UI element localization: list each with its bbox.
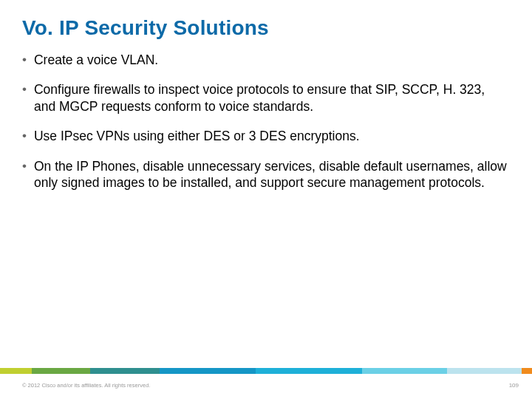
bullet-text: Use IPsec VPNs using either DES or 3 DES… xyxy=(34,128,510,144)
accent-segment xyxy=(90,368,160,374)
accent-bar xyxy=(0,368,532,374)
bullet-dot-icon: • xyxy=(22,52,27,68)
bullet-text: On the IP Phones, disable unnecessary se… xyxy=(34,158,510,191)
bullet-dot-icon: • xyxy=(22,158,27,174)
list-item: • On the IP Phones, disable unnecessary … xyxy=(22,158,510,191)
list-item: • Use IPsec VPNs using either DES or 3 D… xyxy=(22,128,510,144)
bullet-list: • Create a voice VLAN. • Configure firew… xyxy=(22,52,510,204)
accent-segment xyxy=(32,368,90,374)
slide: Vo. IP Security Solutions • Create a voi… xyxy=(0,0,532,399)
page-number: 109 xyxy=(509,382,519,389)
accent-segment xyxy=(256,368,362,374)
accent-segment xyxy=(160,368,256,374)
list-item: • Configure firewalls to inspect voice p… xyxy=(22,81,510,115)
list-item: • Create a voice VLAN. xyxy=(22,52,510,68)
bullet-dot-icon: • xyxy=(22,81,27,98)
accent-segment xyxy=(0,368,32,374)
page-title: Vo. IP Security Solutions xyxy=(22,16,269,40)
footer-copyright: © 2012 Cisco and/or its affiliates. All … xyxy=(22,382,150,389)
bullet-text: Create a voice VLAN. xyxy=(34,52,510,68)
accent-segment xyxy=(522,368,532,374)
bullet-text: Configure firewalls to inspect voice pro… xyxy=(34,81,510,115)
bullet-dot-icon: • xyxy=(22,128,27,144)
accent-segment xyxy=(362,368,447,374)
accent-segment xyxy=(447,368,522,374)
